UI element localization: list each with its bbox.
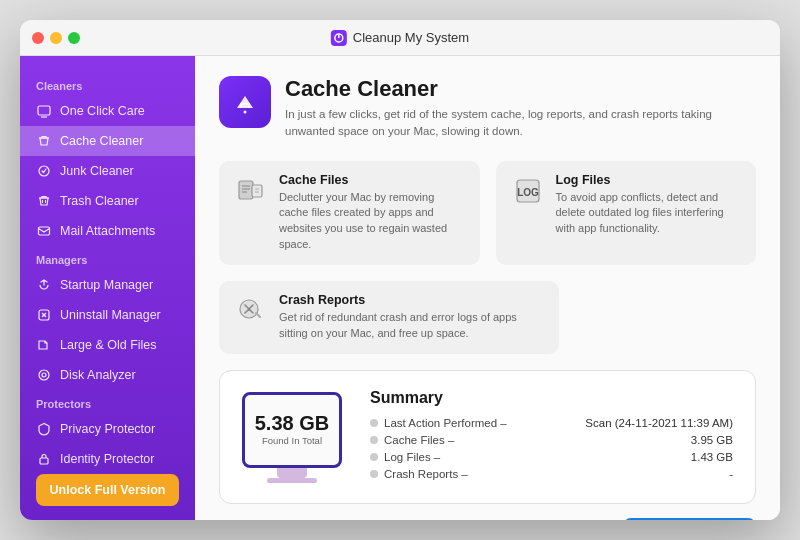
page-header: Cache Cleaner In just a few clicks, get … [219, 76, 756, 141]
large-old-files-label: Large & Old Files [60, 338, 157, 352]
summary-title: Summary [370, 389, 733, 407]
unlock-full-version-button[interactable]: Unlock Full Version [36, 474, 179, 506]
sidebar-item-mail-attachments[interactable]: Mail Attachments [20, 216, 195, 246]
privacy-protector-icon [36, 421, 52, 437]
summary-label-1: Cache Files – [384, 434, 454, 446]
crash-reports-title: Crash Reports [279, 293, 545, 307]
summary-value-0: Scan (24-11-2021 11:39 AM) [585, 417, 733, 429]
log-files-description: To avoid app conflicts, detect and delet… [556, 190, 743, 238]
summary-dot-3 [370, 470, 378, 478]
log-files-icon: LOG [510, 173, 546, 209]
monitor-screen: 5.38 GB Found In Total [242, 392, 342, 468]
crash-reports-card: Crash Reports Get rid of redundant crash… [219, 281, 559, 354]
feature-cards: Cache Files Declutter your Mac by removi… [219, 161, 756, 266]
sidebar-item-identity-protector[interactable]: Identity Protector [20, 444, 195, 474]
app-icon [331, 30, 347, 46]
trash-cleaner-icon [36, 193, 52, 209]
cache-cleaner-icon [36, 133, 52, 149]
sidebar-item-large-old-files[interactable]: Large & Old Files [20, 330, 195, 360]
cleaners-section-label: Cleaners [20, 72, 195, 96]
summary-dot-1 [370, 436, 378, 444]
window-title: Cleanup My System [353, 30, 469, 45]
mail-attachments-label: Mail Attachments [60, 224, 155, 238]
sidebar-item-disk-analyzer[interactable]: Disk Analyzer [20, 360, 195, 390]
traffic-lights [32, 32, 80, 44]
sidebar-item-startup-manager[interactable]: Startup Manager [20, 270, 195, 300]
page-header-text: Cache Cleaner In just a few clicks, get … [285, 76, 745, 141]
monitor-total-gb: 5.38 GB [255, 412, 329, 435]
window-title-area: Cleanup My System [331, 30, 469, 46]
summary-dot-0 [370, 419, 378, 427]
disk-analyzer-label: Disk Analyzer [60, 368, 136, 382]
page-description: In just a few clicks, get rid of the sys… [285, 106, 745, 141]
svg-rect-19 [252, 185, 262, 197]
summary-row-1: Cache Files – 3.95 GB [370, 434, 733, 446]
log-files-text: Log Files To avoid app conflicts, detect… [556, 173, 743, 238]
svg-rect-7 [39, 227, 50, 235]
svg-point-12 [42, 373, 46, 377]
privacy-protector-label: Privacy Protector [60, 422, 155, 436]
cache-cleaner-label: Cache Cleaner [60, 134, 143, 148]
sidebar-item-cache-cleaner[interactable]: Cache Cleaner [20, 126, 195, 156]
log-files-title: Log Files [556, 173, 743, 187]
page-icon [219, 76, 271, 128]
sidebar: Cleaners One Click Care Cache [20, 56, 195, 520]
cache-files-icon [233, 173, 269, 209]
trash-cleaner-label: Trash Cleaner [60, 194, 139, 208]
sidebar-item-uninstall-manager[interactable]: Uninstall Manager [20, 300, 195, 330]
uninstall-manager-label: Uninstall Manager [60, 308, 161, 322]
svg-point-14 [244, 111, 247, 114]
crash-reports-row: Crash Reports Get rid of redundant crash… [219, 281, 756, 354]
maximize-button[interactable] [68, 32, 80, 44]
summary-label-0: Last Action Performed – [384, 417, 507, 429]
summary-label-2: Log Files – [384, 451, 440, 463]
cache-files-text: Cache Files Declutter your Mac by removi… [279, 173, 466, 254]
main-content: Cache Cleaner In just a few clicks, get … [195, 56, 780, 520]
large-old-files-icon [36, 337, 52, 353]
cache-files-description: Declutter your Mac by removing cache fil… [279, 190, 466, 254]
summary-row-2: Log Files – 1.43 GB [370, 451, 733, 463]
monitor-stand [277, 468, 307, 478]
app-window: Cleanup My System Cleaners One Click Car… [20, 20, 780, 520]
disk-analyzer-icon [36, 367, 52, 383]
summary-dot-2 [370, 453, 378, 461]
monitor-found-label: Found In Total [262, 435, 322, 447]
sidebar-item-one-click-care[interactable]: One Click Care [20, 96, 195, 126]
svg-text:LOG: LOG [517, 187, 539, 198]
crash-reports-description: Get rid of redundant crash and error log… [279, 310, 545, 342]
summary-row-3: Crash Reports – - [370, 468, 733, 480]
junk-cleaner-icon [36, 163, 52, 179]
sidebar-item-trash-cleaner[interactable]: Trash Cleaner [20, 186, 195, 216]
crash-reports-text: Crash Reports Get rid of redundant crash… [279, 293, 545, 342]
startup-manager-icon [36, 277, 52, 293]
crash-reports-icon [233, 293, 269, 329]
svg-rect-13 [40, 458, 48, 464]
start-scan-button[interactable]: Start Scan [623, 518, 756, 520]
identity-protector-icon [36, 451, 52, 467]
summary-box: 5.38 GB Found In Total Summary Last Acti… [219, 370, 756, 504]
summary-value-3: - [729, 468, 733, 480]
identity-protector-label: Identity Protector [60, 452, 155, 466]
log-files-card: LOG Log Files To avoid app conflicts, de… [496, 161, 757, 266]
sidebar-item-privacy-protector[interactable]: Privacy Protector [20, 414, 195, 444]
managers-section-label: Managers [20, 246, 195, 270]
svg-rect-2 [38, 106, 50, 115]
sidebar-item-junk-cleaner[interactable]: Junk Cleaner [20, 156, 195, 186]
main-footer: Start Scan [219, 518, 756, 520]
title-bar: Cleanup My System [20, 20, 780, 56]
sidebar-bottom: Unlock Full Version [20, 474, 195, 514]
mail-attachments-icon [36, 223, 52, 239]
content-area: Cleaners One Click Care Cache [20, 56, 780, 520]
monitor-base [267, 478, 317, 483]
page-title: Cache Cleaner [285, 76, 745, 102]
summary-label-3: Crash Reports – [384, 468, 468, 480]
cache-files-title: Cache Files [279, 173, 466, 187]
protectors-section-label: Protectors [20, 390, 195, 414]
summary-value-2: 1.43 GB [691, 451, 733, 463]
svg-point-11 [39, 370, 49, 380]
one-click-care-label: One Click Care [60, 104, 145, 118]
summary-value-1: 3.95 GB [691, 434, 733, 446]
close-button[interactable] [32, 32, 44, 44]
minimize-button[interactable] [50, 32, 62, 44]
cache-files-card: Cache Files Declutter your Mac by removi… [219, 161, 480, 266]
